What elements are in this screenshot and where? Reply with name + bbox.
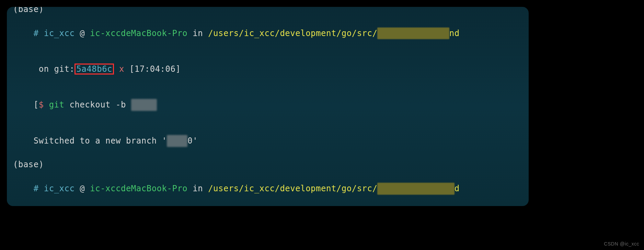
hostname: ic-xccdeMacBook-Pro	[90, 29, 187, 38]
redacted-path: xxxxxxxxxxxxxxx	[377, 183, 454, 195]
user: ic_xcc	[44, 29, 75, 38]
redacted-arg: xxxxx	[131, 99, 157, 111]
base-marker: (base)	[13, 159, 522, 171]
hash: #	[34, 29, 39, 38]
watermark: CSDN @ic_xcc	[604, 240, 639, 247]
output-line: Switched to a new branch 'xxxx0'	[13, 123, 522, 159]
terminal-window[interactable]: (base) # ic_xcc @ ic-xccdeMacBook-Pro in…	[7, 7, 529, 206]
dirty-indicator: x	[119, 64, 124, 74]
prompt-line: # ic_xcc @ ic-xccdeMacBook-Pro in /users…	[13, 15, 522, 51]
commit-hash-highlight: 5a48b6c	[74, 64, 114, 75]
at-sign: @	[80, 184, 85, 193]
prompt-dollar: $	[39, 100, 44, 110]
command-line[interactable]: [$ git checkout -b xxxxx	[13, 87, 522, 123]
cwd-path: /users/ic_xcc/development/go/src/xxxxxxx…	[208, 29, 460, 38]
at-sign: @	[80, 29, 85, 38]
timestamp: [17:04:06]	[129, 64, 181, 74]
user: ic_xcc	[44, 184, 75, 193]
prompt-line: # ic_xcc @ ic-xccdeMacBook-Pro in /users…	[13, 171, 522, 206]
redacted-output: xxxx	[167, 135, 187, 147]
in-word: in	[193, 29, 203, 38]
bracket-open: [	[34, 100, 39, 110]
redacted-path: xxxxxxxxxxxxxx	[377, 27, 449, 39]
git-branch: 5a48b6c	[76, 64, 112, 74]
git-status-line: on git:5a48b6c x [17:04:06]	[13, 51, 522, 87]
in-word: in	[193, 184, 203, 193]
git-cmd: git	[49, 100, 65, 110]
hash: #	[34, 184, 39, 193]
cmd-args: checkout -b	[65, 100, 131, 110]
base-marker: (base)	[13, 7, 522, 15]
on-git-label: on git:	[34, 64, 75, 74]
hostname: ic-xccdeMacBook-Pro	[90, 184, 187, 193]
cwd-path: /users/ic_xcc/development/go/src/xxxxxxx…	[208, 184, 460, 193]
